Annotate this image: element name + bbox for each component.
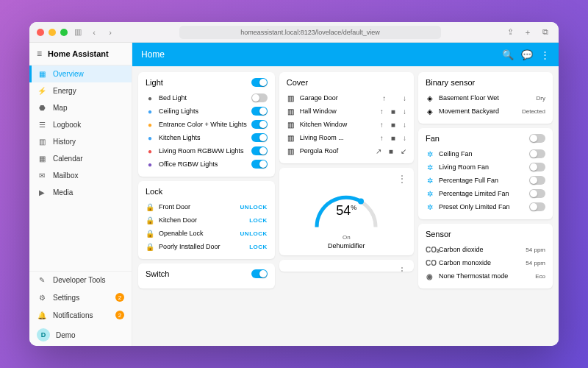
new-tab-icon[interactable]: + — [522, 26, 534, 38]
cover-btn[interactable]: ↓ — [403, 134, 406, 142]
fan-toggle[interactable] — [529, 189, 545, 198]
cover-btn[interactable]: ↑ — [380, 121, 384, 129]
cover-row[interactable]: ▥Hall Window↑■↓ — [287, 105, 406, 118]
fan-row[interactable]: ✲Preset Only Limited Fan — [426, 200, 545, 213]
lock-action[interactable]: LOCK — [249, 244, 268, 250]
cover-btn[interactable]: ■ — [391, 107, 395, 116]
lock-row[interactable]: 🔒Openable LockUNLOCK — [146, 227, 268, 240]
lock-name: Kitchen Door — [159, 216, 245, 224]
cover-btn[interactable]: ↑ — [380, 134, 384, 142]
hamburger-icon[interactable]: ≡ — [37, 49, 42, 59]
cover-btn[interactable]: ↙ — [401, 147, 406, 155]
cover-row[interactable]: ▥Pergola Roof↗■↙ — [287, 144, 406, 158]
cover-btn[interactable] — [393, 94, 395, 102]
lock-action[interactable]: UNLOCK — [240, 230, 268, 237]
gauge-more-icon[interactable]: ⋮ — [398, 174, 406, 184]
gauge2-more-icon[interactable]: ⋮ — [398, 266, 406, 272]
lock-row[interactable]: 🔒Kitchen DoorLOCK — [146, 213, 268, 227]
light-toggle[interactable] — [251, 93, 268, 102]
fan-toggle[interactable] — [529, 149, 545, 158]
light-row[interactable]: ●Entrance Color + White Lights — [146, 118, 268, 131]
light-name: Ceiling Lights — [159, 107, 247, 115]
cover-btn[interactable]: ↗ — [376, 147, 381, 155]
sidebar-item-media[interactable]: ▶Media — [29, 184, 132, 201]
sidebar-item-mailbox[interactable]: ✉Mailbox — [29, 167, 132, 184]
fan-toggle[interactable] — [529, 202, 545, 211]
fan-toggle[interactable] — [529, 163, 545, 171]
window-icon: ▥ — [287, 107, 295, 116]
light-toggle[interactable] — [251, 160, 268, 169]
cover-btn[interactable]: ↓ — [403, 107, 406, 116]
sidebar-item-calendar[interactable]: ▦Calendar — [29, 150, 132, 167]
cover-btn[interactable]: ↑ — [380, 107, 384, 116]
sensor-row[interactable]: COCarbon monoxide54 ppm — [426, 256, 545, 269]
cover-row[interactable]: ▥Garage Door↑ ↓ — [287, 91, 406, 105]
sidebar-item-devtools[interactable]: ✎Developer Tools — [29, 272, 132, 289]
sidebar-nav: ▦Overview ⚡Energy ⬣Map ☰Logbook ▥History… — [29, 66, 132, 271]
cover-btn[interactable]: ■ — [391, 134, 395, 142]
cover-btn[interactable]: ■ — [389, 147, 393, 155]
fan-toggle[interactable] — [529, 176, 545, 185]
tabs-icon[interactable]: ⧉ — [539, 26, 551, 38]
chat-icon[interactable]: 💬 — [521, 49, 533, 60]
dashboard-icon: ▦ — [37, 70, 47, 78]
light-row[interactable]: ●Kitchen Lights — [146, 131, 268, 144]
cover-row[interactable]: ▥Living Room ...↑■↓ — [287, 131, 406, 144]
light-row[interactable]: ●Living Room RGBWW Lights — [146, 144, 268, 158]
light-toggle[interactable] — [251, 133, 268, 142]
lock-icon: 🔒 — [146, 203, 154, 211]
minimize-window[interactable] — [49, 29, 56, 36]
sidebar-item-notifications[interactable]: 🔔Notifications2 — [29, 306, 132, 324]
switch-master-toggle[interactable] — [251, 269, 268, 278]
fan-master-toggle[interactable] — [529, 134, 545, 143]
url-bar[interactable]: homeassistant.local:8123/lovelace/defaul… — [179, 26, 441, 39]
maximize-window[interactable] — [60, 29, 68, 36]
humidity-gauge[interactable]: 54% — [309, 188, 383, 233]
sidebar-item-energy[interactable]: ⚡Energy — [29, 82, 132, 99]
light-toggle[interactable] — [251, 146, 268, 155]
cover-btn[interactable]: ↓ — [403, 94, 406, 102]
light-name: Office RGBW Lights — [159, 160, 247, 168]
lock-row[interactable]: 🔒Front DoorUNLOCK — [146, 200, 268, 213]
cover-btn[interactable]: ↓ — [403, 121, 406, 129]
search-icon[interactable]: 🔍 — [502, 49, 514, 60]
map-icon: ⬣ — [37, 104, 47, 112]
fan-name: Percentage Limited Fan — [439, 190, 525, 197]
cover-btn[interactable]: ■ — [391, 121, 395, 129]
close-window[interactable] — [37, 29, 44, 36]
forward-icon[interactable]: › — [104, 26, 116, 38]
sidebar-item-history[interactable]: ▥History — [29, 133, 132, 150]
more-icon[interactable]: ⋮ — [540, 49, 550, 60]
lock-row[interactable]: 🔒Poorly Installed DoorLOCK — [146, 240, 268, 253]
sidebar-item-logbook[interactable]: ☰Logbook — [29, 116, 132, 133]
light-row[interactable]: ●Ceiling Lights — [146, 105, 268, 118]
light-toggle[interactable] — [251, 107, 268, 116]
sidebar-item-user[interactable]: DDemo — [29, 324, 132, 346]
binary-row[interactable]: ◈Movement BackyardDetected — [426, 105, 545, 118]
bell-icon: 🔔 — [37, 311, 47, 319]
sensor-row[interactable]: CO₂Carbon dioxide54 ppm — [426, 243, 545, 256]
cover-row[interactable]: ▥Kitchen Window↑■↓ — [287, 118, 406, 131]
cover-btn[interactable]: ↑ — [382, 94, 386, 102]
gauge-card: ⋮ 54% On Dehumidifier — [279, 168, 414, 255]
fan-row[interactable]: ✲Percentage Limited Fan — [426, 187, 545, 200]
binary-row[interactable]: ◈Basement Floor WetDry — [426, 91, 545, 105]
fan-icon: ✲ — [426, 150, 434, 158]
share-icon[interactable]: ⇪ — [504, 26, 516, 38]
light-row[interactable]: ●Office RGBW Lights — [146, 158, 268, 171]
cover-name: Living Room ... — [300, 134, 376, 141]
lock-action[interactable]: UNLOCK — [240, 204, 268, 210]
sidebar-item-map[interactable]: ⬣Map — [29, 99, 132, 116]
sidebar-item-overview[interactable]: ▦Overview — [29, 66, 132, 82]
light-toggle[interactable] — [251, 120, 268, 129]
light-row[interactable]: ●Bed Light — [146, 91, 268, 105]
fan-row[interactable]: ✲Living Room Fan — [426, 160, 545, 174]
light-master-toggle[interactable] — [251, 78, 268, 87]
lock-action[interactable]: LOCK — [249, 217, 268, 224]
sensor-row[interactable]: ◉None Thermostat modeEco — [426, 269, 545, 283]
sidebar-item-settings[interactable]: ⚙Settings2 — [29, 289, 132, 306]
sidebar-toggle-icon[interactable]: ▥ — [72, 26, 84, 38]
back-icon[interactable]: ‹ — [88, 26, 100, 38]
fan-row[interactable]: ✲Ceiling Fan — [426, 147, 545, 160]
fan-row[interactable]: ✲Percentage Full Fan — [426, 174, 545, 187]
